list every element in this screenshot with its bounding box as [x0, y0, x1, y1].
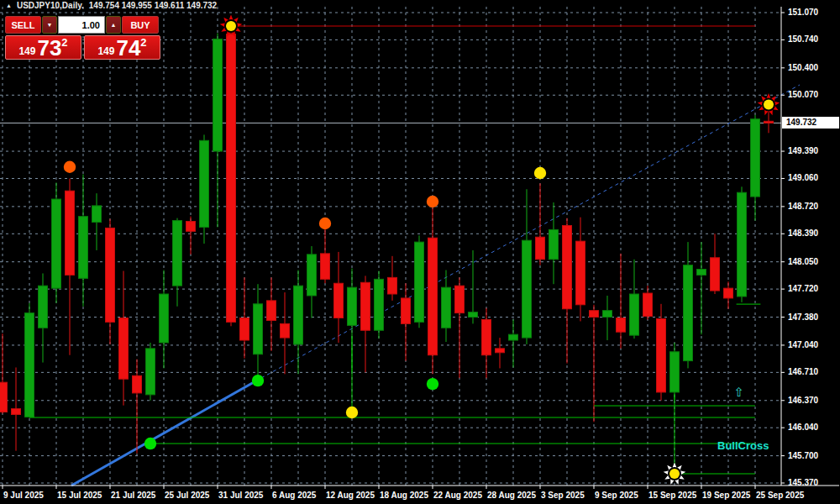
price-axis-label: 145.370 — [788, 478, 818, 487]
buy-button[interactable]: BUY — [122, 16, 159, 34]
time-axis-label: 31 Jul 2025 — [218, 491, 263, 500]
candle-body — [294, 286, 303, 344]
candle-body — [79, 217, 88, 279]
chart-canvas[interactable] — [0, 0, 840, 504]
collapse-icon[interactable]: ▲ — [6, 3, 12, 8]
candle-body — [133, 375, 142, 393]
price-axis-label: 148.720 — [788, 202, 818, 211]
candle-body — [186, 222, 196, 232]
signal-dot — [319, 218, 331, 229]
price-axis-label: 148.050 — [788, 257, 818, 266]
sun-marker-core — [226, 21, 236, 31]
candle-body — [509, 334, 518, 340]
candle-body — [603, 311, 612, 318]
candle-body — [213, 39, 223, 151]
signal-dot — [427, 196, 438, 207]
candle-body — [697, 270, 706, 276]
candle-body — [522, 240, 532, 338]
candle-body — [307, 255, 317, 296]
ohlc-readout: 149.754 149.955 149.611 149.732 — [89, 1, 217, 10]
buy-price-main: 74 — [116, 37, 140, 59]
time-axis-label: 15 Jul 2025 — [57, 491, 102, 500]
time-axis-label: 28 Aug 2025 — [487, 491, 536, 500]
candle-body — [240, 318, 249, 341]
price-axis-label: 146.370 — [788, 396, 818, 405]
signal-dot — [64, 161, 76, 173]
candle-body — [576, 241, 585, 305]
candle-body — [281, 323, 290, 338]
candle-body — [630, 294, 639, 335]
candle-body — [469, 312, 478, 318]
sun-marker-core — [669, 469, 680, 479]
candle-body — [590, 311, 599, 318]
time-axis-label: 9 Jul 2025 — [3, 491, 44, 500]
candle-body — [200, 140, 209, 227]
candle-body — [442, 287, 451, 328]
candle-body — [724, 288, 733, 298]
signal-dot — [252, 375, 264, 386]
time-axis-label: 6 Aug 2025 — [272, 491, 316, 500]
bullcross-label: BullCross — [717, 439, 769, 452]
volume-increase-button[interactable]: ▲ — [106, 16, 121, 34]
volume-input[interactable] — [58, 16, 105, 34]
signal-dot — [534, 167, 546, 179]
candle-body — [375, 279, 384, 330]
price-axis-label: 146.710 — [788, 367, 818, 376]
candle-body — [402, 298, 411, 323]
time-axis-label: 25 Jul 2025 — [165, 491, 209, 500]
volume-decrease-button[interactable]: ▼ — [42, 16, 57, 34]
sell-button[interactable]: SELL — [5, 16, 41, 34]
sell-price-pip: 2 — [61, 36, 67, 49]
time-axis-label: 15 Sep 2025 — [648, 491, 696, 500]
up-arrow-icon: ⇧ — [733, 386, 744, 398]
candle-body — [684, 265, 693, 361]
time-axis-label: 19 Sep 2025 — [702, 491, 750, 500]
candle-body — [66, 191, 75, 275]
price-axis-label: 150.740 — [788, 34, 818, 44]
current-price-box: 149.732 — [782, 117, 839, 129]
mt4-chart-window: ▲ USDJPY10,Daily. 149.754 149.955 149.61… — [0, 0, 840, 504]
candle-body — [617, 318, 626, 333]
sun-marker-core — [764, 100, 774, 110]
buy-price-pip: 2 — [140, 36, 146, 49]
price-axis-label: 150.070 — [788, 90, 818, 99]
sell-price-main: 73 — [37, 37, 61, 59]
candle-body — [348, 287, 357, 325]
price-axis-label: 147.720 — [788, 284, 818, 293]
candle-body — [173, 221, 182, 286]
candle-body — [52, 199, 61, 288]
candle-body — [254, 304, 263, 354]
time-axis-label: 3 Sep 2025 — [541, 491, 585, 500]
candle-body — [146, 349, 155, 395]
price-axis-label: 147.380 — [788, 312, 818, 322]
candle-body — [119, 318, 129, 380]
chart-title-bar: ▲ USDJPY10,Daily. 149.754 149.955 149.61… — [0, 0, 840, 11]
sell-price-base: 149 — [18, 45, 35, 57]
price-axis-label: 150.400 — [788, 63, 818, 72]
price-axis-label: 145.700 — [788, 451, 818, 460]
candle-body — [25, 313, 34, 417]
candle-body — [12, 409, 21, 415]
signal-dot — [144, 438, 156, 449]
time-axis-label: 12 Aug 2025 — [326, 491, 375, 500]
candle-body — [227, 34, 236, 323]
candle-body — [415, 242, 424, 322]
candle-body — [482, 319, 491, 354]
buy-price-tile[interactable]: 149 74 2 — [84, 35, 160, 60]
symbol-title: USDJPY10,Daily. — [17, 1, 84, 10]
candle-body — [92, 206, 102, 223]
candle-body — [751, 119, 760, 197]
candle-body — [536, 237, 545, 260]
candle-body — [496, 349, 505, 353]
candle-body — [106, 228, 115, 322]
candle-body — [563, 225, 572, 308]
candle-body — [657, 318, 666, 391]
candle-body — [361, 282, 370, 330]
signal-dot — [346, 407, 358, 418]
buy-price-base: 149 — [97, 45, 114, 57]
sell-price-tile[interactable]: 149 73 2 — [5, 35, 81, 60]
price-axis-label: 149.390 — [788, 146, 818, 155]
time-axis-label: 18 Aug 2025 — [380, 491, 428, 500]
candle-body — [428, 238, 438, 355]
price-axis-label: 146.040 — [788, 423, 818, 432]
